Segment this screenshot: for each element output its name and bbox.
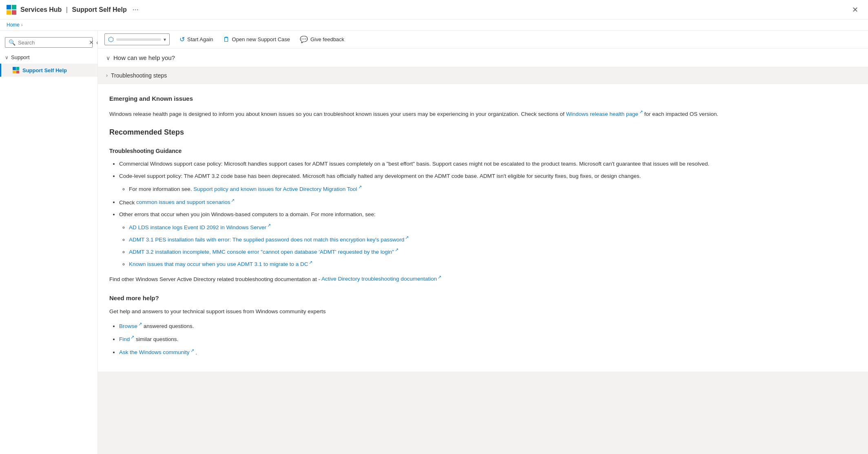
ext-icon-11: ↗: [190, 348, 194, 353]
ext-icon-6: ↗: [395, 247, 399, 252]
support-policy-link[interactable]: Support policy and known issues for Acti…: [193, 186, 361, 192]
guidance-sub-list-2: AD LDS instance logs Event ID 2092 in Wi…: [119, 222, 857, 268]
feedback-icon: 💬: [300, 35, 308, 43]
ext-icon-1: ↗: [639, 109, 643, 114]
sidebar-search-container: 🔍 ✕ «: [5, 37, 93, 48]
ext-icon-10: ↗: [131, 334, 134, 339]
how-can-we-help-section[interactable]: ∨ How can we help you?: [98, 49, 868, 67]
get-help-text: Get help and answers to your technical s…: [109, 307, 857, 316]
group-chevron: ∨: [5, 55, 9, 60]
ad-lds-link[interactable]: AD LDS instance logs Event ID 2092 in Wi…: [129, 224, 271, 230]
sidebar-group-label: Support: [11, 54, 30, 60]
help-links-list: Browse↗ answered questions. Find↗ simila…: [109, 321, 857, 357]
find-item: Find↗ similar questions.: [119, 334, 857, 343]
ask-item: Ask the Windows community↗ .: [119, 347, 857, 357]
start-again-button[interactable]: ↺ Start Again: [175, 33, 218, 46]
feedback-label: Give feedback: [310, 36, 344, 42]
content-area: ⬡ ▾ ↺ Start Again 🗒 Open new Support Cas…: [98, 31, 868, 454]
sub-link-item-3: ADMT 3.2 installation incomplete, MMC co…: [129, 246, 857, 256]
ellipsis-button[interactable]: ···: [130, 4, 141, 16]
sidebar-item-support-self-help[interactable]: Support Self Help: [0, 64, 97, 77]
top-bar: Services Hub | Support Self Help ··· ✕: [0, 0, 868, 20]
app-logo: Services Hub | Support Self Help: [7, 5, 127, 15]
browse-item: Browse↗ answered questions.: [119, 321, 857, 330]
content-scroll[interactable]: ∨ How can we help you? › Troubleshooting…: [98, 49, 868, 454]
sidebar: 🔍 ✕ « ∨ Support Support Self Help: [0, 31, 98, 454]
how-help-chevron: ∨: [106, 55, 110, 61]
sidebar-group-support[interactable]: ∨ Support: [0, 51, 97, 64]
close-button[interactable]: ✕: [849, 4, 861, 16]
toolbar-diagram[interactable]: ⬡ ▾: [104, 33, 170, 45]
find-link[interactable]: Find↗: [119, 336, 136, 342]
search-icon: 🔍: [9, 39, 16, 46]
ext-icon-9: ↗: [138, 321, 142, 326]
new-case-icon: 🗒: [223, 36, 230, 43]
troubleshooting-chevron: ›: [106, 73, 108, 78]
guidance-sub-item-1: For more information see. Support policy…: [129, 184, 857, 193]
ext-icon-5: ↗: [405, 235, 409, 240]
common-issues-link[interactable]: common issues and support scenarios↗: [136, 199, 235, 205]
diagram-icon: ⬡: [108, 35, 114, 43]
breadcrumb-chevron: ›: [21, 23, 22, 27]
sub-link-item-2: ADMT 3.1 PES installation fails with err…: [129, 234, 857, 244]
ext-icon-7: ↗: [309, 260, 312, 265]
sub-link-item-1: AD LDS instance logs Event ID 2092 in Wi…: [129, 222, 857, 232]
breadcrumb-home[interactable]: Home: [7, 22, 20, 28]
content-body: Emerging and Known issues Windows releas…: [98, 84, 868, 372]
troubleshooting-guidance-title: Troubleshooting Guidance: [109, 146, 857, 155]
emerging-body: Windows release health page is designed …: [109, 109, 857, 118]
toolbar: ⬡ ▾ ↺ Start Again 🗒 Open new Support Cas…: [98, 31, 868, 49]
guidance-sub-list-1: For more information see. Support policy…: [119, 184, 857, 193]
troubleshooting-steps-label: Troubleshooting steps: [111, 72, 167, 79]
recommended-steps-title: Recommended Steps: [109, 126, 857, 138]
emerging-title: Emerging and Known issues: [109, 94, 857, 104]
admt-known-issues-link[interactable]: Known issues that may occur when you use…: [129, 261, 312, 267]
new-case-label: Open new Support Case: [232, 36, 290, 42]
ext-icon-3: ↗: [231, 198, 235, 203]
guidance-item-2: Code-level support policy: The ADMT 3.2 …: [119, 172, 857, 194]
ext-icon-4: ↗: [267, 223, 271, 228]
guidance-item-3: Check common issues and support scenario…: [119, 197, 857, 207]
diagram-dropdown-arrow[interactable]: ▾: [164, 37, 166, 42]
ext-icon-8: ↗: [438, 275, 441, 279]
guidance-list: Commercial Windows support case policy: …: [109, 159, 857, 268]
guidance-item-4: Other errors that occur when you join Wi…: [119, 210, 857, 269]
ask-community-link[interactable]: Ask the Windows community↗: [119, 349, 195, 355]
start-again-icon: ↺: [179, 35, 185, 43]
admt-mmc-link[interactable]: ADMT 3.2 installation incomplete, MMC co…: [129, 249, 399, 255]
how-help-title: How can we help you?: [113, 54, 175, 61]
sidebar-item-label: Support Self Help: [22, 67, 67, 73]
sub-link-item-4: Known issues that may occur when you use…: [129, 259, 857, 269]
ext-icon-2: ↗: [358, 184, 362, 189]
clear-icon[interactable]: ✕: [89, 39, 94, 46]
browse-link[interactable]: Browse↗: [119, 323, 144, 329]
new-support-case-button[interactable]: 🗒 Open new Support Case: [218, 33, 295, 46]
search-input[interactable]: [18, 40, 86, 46]
app-title: Services Hub | Support Self Help: [20, 6, 127, 13]
main-layout: 🔍 ✕ « ∨ Support Support Self Help ⬡ ▾ ↺: [0, 31, 868, 454]
logo-icon: [7, 5, 16, 15]
admt-pes-link[interactable]: ADMT 3.1 PES installation fails with err…: [129, 237, 409, 243]
guidance-item-1: Commercial Windows support case policy: …: [119, 159, 857, 168]
sidebar-item-icon: [13, 67, 19, 73]
breadcrumb: Home ›: [0, 20, 868, 31]
start-again-label: Start Again: [187, 36, 213, 42]
windows-release-health-link[interactable]: Windows release health page↗: [566, 111, 644, 117]
ad-troubleshooting-link[interactable]: Active Directory troubleshooting documen…: [321, 276, 441, 282]
need-more-help-title: Need more help?: [109, 293, 857, 303]
diagram-bar: [116, 38, 161, 41]
find-other-text: Find other Windows Server Active Directo…: [109, 274, 857, 283]
give-feedback-button[interactable]: 💬 Give feedback: [295, 33, 349, 46]
troubleshooting-steps-header[interactable]: › Troubleshooting steps: [98, 67, 868, 84]
